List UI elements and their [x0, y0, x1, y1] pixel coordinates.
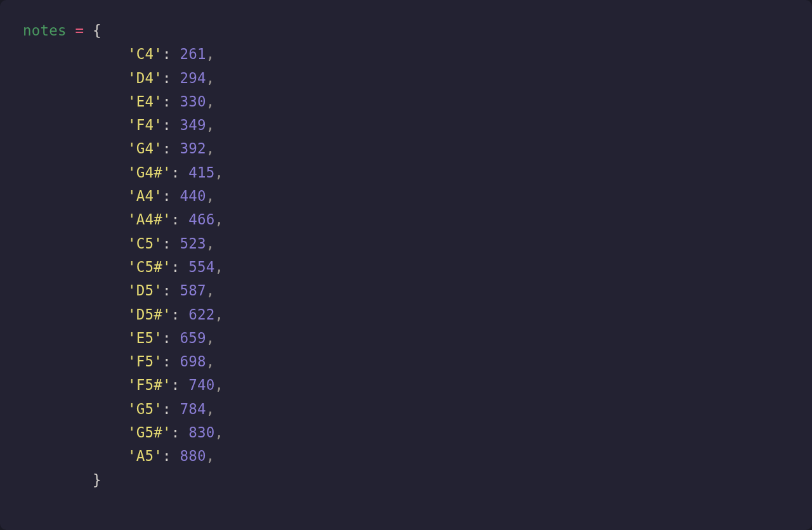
- colon: :: [162, 117, 180, 133]
- comma: ,: [206, 117, 215, 133]
- dict-key: 'G5#': [128, 424, 171, 441]
- dict-value: 880: [180, 448, 206, 464]
- dict-key: 'A4#': [128, 211, 171, 228]
- dict-value: 587: [180, 282, 206, 299]
- colon: :: [162, 401, 180, 417]
- comma: ,: [206, 235, 215, 252]
- dict-key: 'C5#': [128, 259, 171, 275]
- dict-value: 392: [180, 140, 206, 157]
- comma: ,: [214, 306, 223, 323]
- colon: :: [171, 259, 189, 275]
- dict-value: 659: [180, 330, 206, 346]
- dict-value: 440: [180, 188, 206, 204]
- comma: ,: [206, 93, 215, 110]
- comma: ,: [206, 140, 215, 157]
- dict-value: 261: [180, 46, 206, 62]
- dict-key: 'A4': [128, 188, 162, 204]
- dict-key: 'A5': [128, 448, 162, 464]
- dict-value: 523: [180, 235, 206, 252]
- comma: ,: [214, 211, 223, 228]
- comma: ,: [206, 401, 215, 417]
- dict-key: 'D5': [128, 282, 162, 299]
- comma: ,: [206, 46, 215, 62]
- colon: :: [171, 306, 189, 323]
- comma: ,: [214, 377, 223, 393]
- dict-key: 'F5#': [128, 377, 171, 393]
- dict-value: 830: [188, 424, 214, 441]
- code-block[interactable]: notes = { 'C4': 261, 'D4': 294, 'E4': 33…: [0, 0, 812, 530]
- colon: :: [162, 188, 180, 204]
- dict-value: 466: [188, 211, 214, 228]
- colon: :: [162, 70, 180, 86]
- dict-value: 784: [180, 401, 206, 417]
- colon: :: [171, 211, 189, 228]
- open-brace: {: [93, 22, 102, 39]
- colon: :: [162, 330, 180, 346]
- dict-value: 622: [188, 306, 214, 323]
- comma: ,: [206, 330, 215, 346]
- dict-value: 294: [180, 70, 206, 86]
- colon: :: [171, 424, 189, 441]
- variable-name: notes: [23, 22, 67, 39]
- closing-indent: [23, 472, 93, 488]
- colon: :: [162, 448, 180, 464]
- comma: ,: [214, 164, 223, 181]
- dict-key: 'C5': [128, 235, 162, 252]
- dict-key: 'F5': [128, 353, 162, 370]
- colon: :: [171, 164, 189, 181]
- dict-key: 'E4': [128, 93, 162, 110]
- dict-value: 349: [180, 117, 206, 133]
- assignment-operator: =: [75, 22, 84, 39]
- comma: ,: [206, 353, 215, 370]
- close-brace: }: [93, 472, 102, 488]
- dict-value: 698: [180, 353, 206, 370]
- colon: :: [162, 46, 180, 62]
- dict-key: 'G5': [128, 401, 162, 417]
- colon: :: [162, 282, 180, 299]
- colon: :: [162, 353, 180, 370]
- dict-key: 'C4': [128, 46, 162, 62]
- dict-key: 'D5#': [128, 306, 171, 323]
- comma: ,: [206, 448, 215, 464]
- dict-key: 'F4': [128, 117, 162, 133]
- dict-key: 'D4': [128, 70, 162, 86]
- dict-value: 554: [188, 259, 214, 275]
- dict-key: 'E5': [128, 330, 162, 346]
- comma: ,: [206, 70, 215, 86]
- dict-value: 330: [180, 93, 206, 110]
- dict-value: 740: [188, 377, 214, 393]
- comma: ,: [206, 188, 215, 204]
- comma: ,: [214, 259, 223, 275]
- colon: :: [171, 377, 189, 393]
- colon: :: [162, 140, 180, 157]
- colon: :: [162, 93, 180, 110]
- dict-key: 'G4': [128, 140, 162, 157]
- dict-value: 415: [188, 164, 214, 181]
- comma: ,: [206, 282, 215, 299]
- dict-key: 'G4#': [128, 164, 171, 181]
- colon: :: [162, 235, 180, 252]
- comma: ,: [214, 424, 223, 441]
